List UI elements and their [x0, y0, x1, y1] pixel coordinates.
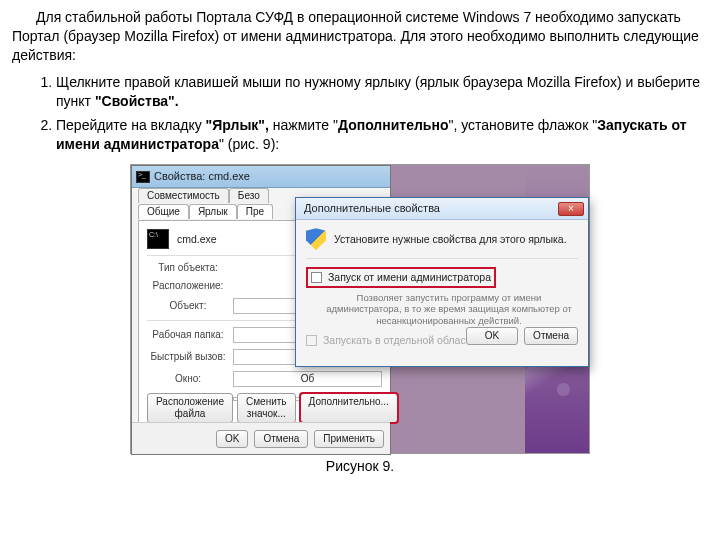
step-2: Перейдите на вкладку "Ярлык", нажмите "Д… [56, 116, 708, 154]
tab-general[interactable]: Общие [138, 204, 189, 219]
figure-caption: Рисунок 9. [12, 458, 708, 474]
addl-header-text: Установите нужные свойства для этого ярл… [334, 233, 567, 246]
shield-icon [306, 228, 326, 250]
workdir-label: Рабочая папка: [147, 329, 229, 341]
window-select[interactable]: Об [233, 371, 382, 387]
properties-title: Свойства: cmd.exe [154, 170, 250, 183]
tab-prev[interactable]: Пре [237, 204, 273, 219]
step-2-c: нажмите " [269, 117, 338, 133]
props-apply-button[interactable]: Применить [314, 430, 384, 448]
open-location-button[interactable]: Расположение файла [147, 393, 233, 423]
window-label: Окно: [147, 373, 229, 385]
properties-footer: OK Отмена Применить [132, 422, 390, 454]
step-2-g: " (рис. 9): [219, 136, 279, 152]
screenshot-figure: Свойства: cmd.exe Совместимость Безо Общ… [130, 164, 590, 454]
app-icon [147, 229, 169, 249]
close-icon[interactable]: × [558, 202, 584, 216]
intro-paragraph: Для стабильной работы Портала СУФД в опе… [12, 8, 708, 65]
tab-compat[interactable]: Совместимость [138, 188, 229, 203]
addl-cancel-button[interactable]: Отмена [524, 327, 578, 345]
cmd-icon [136, 171, 150, 183]
separate-memory-checkbox [306, 335, 317, 346]
addl-titlebar[interactable]: Дополнительные свойства × [296, 198, 588, 220]
step-1: Щелкните правой клавишей мыши по нужному… [56, 73, 708, 111]
step-2-b: "Ярлык", [206, 117, 269, 133]
change-icon-button[interactable]: Сменить значок... [237, 393, 296, 423]
props-cancel-button[interactable]: Отмена [254, 430, 308, 448]
hotkey-label: Быстрый вызов: [147, 351, 229, 363]
run-as-admin-row[interactable]: Запуск от имени администратора [306, 267, 496, 288]
step-2-e: ", установите флажок " [448, 117, 597, 133]
type-label: Тип объекта: [147, 262, 229, 274]
addl-title-text: Дополнительные свойства [304, 202, 440, 215]
step-1-bold: "Свойства". [95, 93, 179, 109]
target-label: Объект: [147, 300, 229, 312]
tab-security[interactable]: Безо [229, 188, 269, 203]
step-list: Щелкните правой клавишей мыши по нужному… [12, 73, 708, 155]
run-as-admin-checkbox[interactable] [311, 272, 322, 283]
step-2-a: Перейдите на вкладку [56, 117, 206, 133]
run-as-admin-hint: Позволяет запустить программу от имени а… [324, 292, 574, 326]
app-name: cmd.exe [177, 233, 217, 246]
advanced-button[interactable]: Дополнительно... [300, 393, 398, 423]
additional-properties-dialog: Дополнительные свойства × Установите нуж… [295, 197, 589, 367]
run-as-admin-label: Запуск от имени администратора [328, 271, 491, 284]
addl-ok-button[interactable]: OK [466, 327, 518, 345]
location-label: Расположение: [147, 280, 229, 292]
tab-shortcut[interactable]: Ярлык [189, 204, 237, 219]
properties-titlebar[interactable]: Свойства: cmd.exe [132, 166, 390, 188]
props-ok-button[interactable]: OK [216, 430, 248, 448]
step-2-d: Дополнительно [338, 117, 448, 133]
